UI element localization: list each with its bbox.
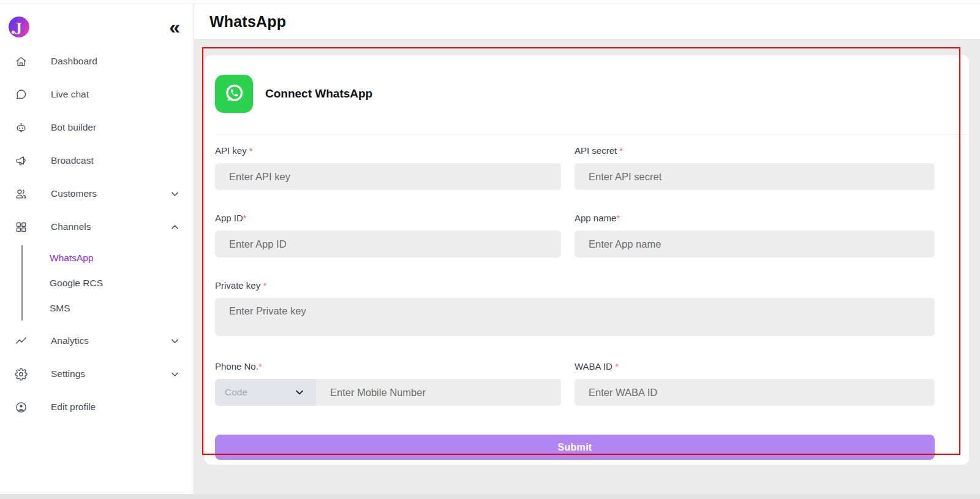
sidebar-item-label: Edit profile: [51, 402, 180, 413]
required-asterisk: *: [263, 280, 266, 291]
sidebar-subitem-sms[interactable]: SMS: [50, 295, 103, 321]
country-code-select[interactable]: Code: [215, 379, 316, 406]
sidebar-item-edit-profile[interactable]: Edit profile: [0, 390, 194, 424]
collapse-sidebar-icon[interactable]: «: [169, 18, 180, 36]
card-header: Connect WhatsApp: [205, 55, 969, 135]
sidebar-item-broadcast[interactable]: Broadcast: [0, 144, 194, 177]
chevron-down-icon: [294, 387, 305, 398]
megaphone-icon: [15, 154, 28, 167]
sidebar-item-label: Broadcast: [51, 155, 180, 166]
app-name-group: App name*: [575, 213, 935, 257]
chat-bubble-icon: [15, 88, 28, 101]
sidebar-subitem-google-rcs[interactable]: Google RCS: [50, 270, 103, 295]
connect-whatsapp-card: Connect WhatsApp API key * API secret *: [205, 55, 969, 465]
waba-id-label: WABA ID *: [575, 361, 935, 372]
sidebar-item-channels[interactable]: Channels: [0, 210, 194, 243]
waba-id-group: WABA ID *: [575, 361, 935, 406]
required-asterisk: *: [243, 213, 247, 223]
required-asterisk: *: [249, 145, 253, 156]
app-id-group: App ID*: [215, 213, 561, 257]
chevron-down-icon: [170, 189, 180, 199]
sidebar: J « Dashboard Live chat Bot builde: [0, 4, 194, 494]
api-key-label: API key *: [215, 145, 561, 156]
page-header: WhatsApp: [194, 4, 980, 40]
app-id-input[interactable]: [215, 230, 561, 257]
phone-group: Phone No.* Code: [215, 361, 561, 406]
chevron-up-icon: [170, 222, 180, 232]
country-code-value: Code: [225, 387, 247, 398]
sidebar-item-settings[interactable]: Settings: [0, 357, 194, 390]
required-asterisk: *: [616, 213, 620, 223]
private-key-input[interactable]: [215, 298, 935, 336]
profile-icon: [15, 401, 28, 414]
api-secret-input[interactable]: [575, 163, 935, 190]
sidebar-item-live-chat[interactable]: Live chat: [0, 78, 194, 111]
sidebar-item-bot-builder[interactable]: Bot builder: [0, 111, 194, 144]
grid-icon: [15, 221, 28, 234]
private-key-group: Private key *: [215, 280, 935, 338]
sidebar-item-label: Bot builder: [51, 122, 180, 133]
sidebar-item-dashboard[interactable]: Dashboard: [0, 45, 194, 78]
api-secret-label: API secret *: [575, 145, 935, 156]
app-id-label: App ID*: [215, 213, 561, 224]
users-icon: [15, 188, 28, 200]
sidebar-item-label: Analytics: [51, 335, 170, 346]
sidebar-item-label: Settings: [51, 368, 170, 379]
sidebar-item-analytics[interactable]: Analytics: [0, 324, 194, 357]
app-name-input[interactable]: [575, 230, 935, 257]
app-window: J « Dashboard Live chat Bot builde: [0, 4, 980, 494]
api-key-input[interactable]: [215, 163, 561, 190]
page-title: WhatsApp: [209, 13, 286, 31]
brand-logo[interactable]: J: [9, 17, 29, 37]
card-title: Connect WhatsApp: [265, 87, 372, 101]
required-asterisk: *: [258, 361, 262, 371]
app-name-label: App name*: [575, 213, 935, 224]
required-asterisk: *: [619, 145, 623, 156]
private-key-label: Private key *: [215, 280, 935, 291]
api-secret-group: API secret *: [575, 145, 935, 190]
sidebar-item-label: Customers: [51, 188, 170, 199]
api-key-group: API key *: [215, 145, 561, 190]
sidebar-nav: Dashboard Live chat Bot builder Broadcas…: [0, 45, 194, 424]
submit-button[interactable]: Submit: [215, 435, 935, 460]
channels-submenu: WhatsApp Google RCS SMS: [0, 245, 194, 321]
trend-icon: [15, 335, 28, 348]
phone-label: Phone No.*: [215, 361, 561, 372]
sidebar-item-label: Live chat: [51, 89, 180, 100]
mobile-number-input[interactable]: [316, 379, 561, 406]
whatsapp-icon: [215, 75, 253, 113]
required-asterisk: *: [615, 361, 619, 371]
chevron-down-icon: [170, 336, 180, 346]
sidebar-item-label: Dashboard: [51, 56, 180, 67]
main-content: WhatsApp Connect WhatsApp: [194, 4, 980, 494]
sidebar-subitem-whatsapp[interactable]: WhatsApp: [50, 245, 103, 270]
window-top-edge: [0, 0, 980, 4]
connect-form: API key * API secret * App ID* App name*: [205, 135, 969, 460]
gear-icon: [15, 368, 28, 381]
home-icon: [15, 55, 28, 68]
waba-id-input[interactable]: [575, 379, 935, 406]
robot-icon: [15, 121, 28, 134]
sidebar-item-customers[interactable]: Customers: [0, 177, 194, 210]
window-bottom-edge: [0, 494, 980, 499]
chevron-down-icon: [170, 369, 180, 379]
sidebar-item-label: Channels: [51, 221, 170, 232]
sidebar-header: J «: [0, 4, 194, 37]
